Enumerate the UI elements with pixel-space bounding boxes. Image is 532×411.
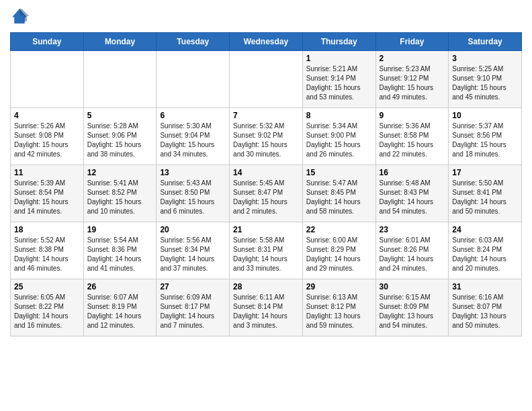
day-content: Sunrise: 5:25 AM Sunset: 9:10 PM Dayligh…: [452, 64, 518, 102]
day-number: 19: [87, 225, 153, 234]
day-content: Sunrise: 6:03 AM Sunset: 8:24 PM Dayligh…: [452, 236, 518, 273]
calendar-cell: 1Sunrise: 5:21 AM Sunset: 9:14 PM Daylig…: [302, 51, 375, 108]
day-content: Sunrise: 6:09 AM Sunset: 8:17 PM Dayligh…: [160, 293, 226, 330]
day-number: 4: [14, 111, 80, 120]
day-content: Sunrise: 5:43 AM Sunset: 8:50 PM Dayligh…: [160, 179, 226, 216]
day-content: Sunrise: 5:21 AM Sunset: 9:14 PM Dayligh…: [306, 64, 372, 102]
week-row-3: 11Sunrise: 5:39 AM Sunset: 8:54 PM Dayli…: [11, 165, 522, 222]
day-content: Sunrise: 6:16 AM Sunset: 8:07 PM Dayligh…: [452, 293, 518, 330]
calendar-cell: 11Sunrise: 5:39 AM Sunset: 8:54 PM Dayli…: [11, 165, 84, 222]
day-content: Sunrise: 5:30 AM Sunset: 9:04 PM Dayligh…: [160, 122, 226, 159]
day-content: Sunrise: 5:45 AM Sunset: 8:47 PM Dayligh…: [233, 179, 299, 216]
calendar-cell: 7Sunrise: 5:32 AM Sunset: 9:02 PM Daylig…: [230, 108, 303, 165]
calendar-cell: 5Sunrise: 5:28 AM Sunset: 9:06 PM Daylig…: [83, 108, 157, 165]
day-number: 6: [160, 111, 226, 120]
day-content: Sunrise: 5:32 AM Sunset: 9:02 PM Dayligh…: [233, 122, 299, 159]
calendar-cell: [157, 51, 230, 108]
day-content: Sunrise: 5:48 AM Sunset: 8:43 PM Dayligh…: [380, 179, 445, 216]
calendar-cell: 30Sunrise: 6:15 AM Sunset: 8:09 PM Dayli…: [375, 279, 449, 336]
calendar-cell: [83, 51, 157, 108]
day-number: 12: [87, 168, 153, 177]
calendar-cell: 21Sunrise: 5:58 AM Sunset: 8:31 PM Dayli…: [230, 222, 303, 279]
calendar-cell: 31Sunrise: 6:16 AM Sunset: 8:07 PM Dayli…: [449, 279, 522, 336]
day-number: 7: [233, 111, 299, 120]
day-content: Sunrise: 6:13 AM Sunset: 8:12 PM Dayligh…: [306, 293, 372, 330]
logo: [10, 7, 32, 26]
page: SundayMondayTuesdayWednesdayThursdayFrid…: [0, 0, 532, 343]
day-content: Sunrise: 5:23 AM Sunset: 9:12 PM Dayligh…: [380, 64, 445, 102]
day-content: Sunrise: 5:37 AM Sunset: 8:56 PM Dayligh…: [452, 122, 518, 159]
week-row-5: 25Sunrise: 6:05 AM Sunset: 8:22 PM Dayli…: [11, 279, 522, 336]
calendar-cell: [230, 51, 303, 108]
day-number: 10: [452, 111, 518, 120]
week-row-2: 4Sunrise: 5:26 AM Sunset: 9:08 PM Daylig…: [11, 108, 522, 165]
day-number: 9: [380, 111, 445, 120]
day-content: Sunrise: 5:26 AM Sunset: 9:08 PM Dayligh…: [14, 122, 80, 159]
day-content: Sunrise: 6:00 AM Sunset: 8:29 PM Dayligh…: [306, 236, 372, 273]
logo-icon: [10, 7, 29, 26]
day-content: Sunrise: 5:41 AM Sunset: 8:52 PM Dayligh…: [87, 179, 153, 216]
header-thursday: Thursday: [302, 33, 375, 51]
day-number: 24: [452, 225, 518, 234]
day-number: 15: [306, 168, 372, 177]
day-content: Sunrise: 6:01 AM Sunset: 8:26 PM Dayligh…: [380, 236, 445, 273]
calendar-cell: 9Sunrise: 5:36 AM Sunset: 8:58 PM Daylig…: [375, 108, 449, 165]
calendar-cell: [11, 51, 84, 108]
calendar-cell: 14Sunrise: 5:45 AM Sunset: 8:47 PM Dayli…: [230, 165, 303, 222]
calendar-cell: 27Sunrise: 6:09 AM Sunset: 8:17 PM Dayli…: [157, 279, 230, 336]
header-tuesday: Tuesday: [157, 33, 230, 51]
day-content: Sunrise: 6:05 AM Sunset: 8:22 PM Dayligh…: [14, 293, 80, 330]
calendar-cell: 22Sunrise: 6:00 AM Sunset: 8:29 PM Dayli…: [302, 222, 375, 279]
calendar-cell: 10Sunrise: 5:37 AM Sunset: 8:56 PM Dayli…: [449, 108, 522, 165]
day-number: 18: [14, 225, 80, 234]
day-number: 29: [306, 282, 372, 291]
header-friday: Friday: [375, 33, 449, 51]
day-number: 14: [233, 168, 299, 177]
header-wednesday: Wednesday: [230, 33, 303, 51]
day-number: 5: [87, 111, 153, 120]
calendar-cell: 6Sunrise: 5:30 AM Sunset: 9:04 PM Daylig…: [157, 108, 230, 165]
day-number: 8: [306, 111, 372, 120]
calendar-cell: 8Sunrise: 5:34 AM Sunset: 9:00 PM Daylig…: [302, 108, 375, 165]
day-content: Sunrise: 5:56 AM Sunset: 8:34 PM Dayligh…: [160, 236, 226, 273]
day-content: Sunrise: 6:11 AM Sunset: 8:14 PM Dayligh…: [233, 293, 299, 330]
calendar-cell: 4Sunrise: 5:26 AM Sunset: 9:08 PM Daylig…: [11, 108, 84, 165]
calendar-cell: 13Sunrise: 5:43 AM Sunset: 8:50 PM Dayli…: [157, 165, 230, 222]
day-content: Sunrise: 5:50 AM Sunset: 8:41 PM Dayligh…: [452, 179, 518, 216]
calendar-cell: 18Sunrise: 5:52 AM Sunset: 8:38 PM Dayli…: [11, 222, 84, 279]
calendar-body: 1Sunrise: 5:21 AM Sunset: 9:14 PM Daylig…: [11, 51, 522, 336]
week-row-1: 1Sunrise: 5:21 AM Sunset: 9:14 PM Daylig…: [11, 51, 522, 108]
day-content: Sunrise: 5:34 AM Sunset: 9:00 PM Dayligh…: [306, 122, 372, 159]
day-number: 22: [306, 225, 372, 234]
calendar-cell: 23Sunrise: 6:01 AM Sunset: 8:26 PM Dayli…: [375, 222, 449, 279]
day-number: 21: [233, 225, 299, 234]
calendar-cell: 2Sunrise: 5:23 AM Sunset: 9:12 PM Daylig…: [375, 51, 449, 108]
day-number: 11: [14, 168, 80, 177]
day-number: 16: [380, 168, 445, 177]
header: [10, 7, 522, 26]
calendar-cell: 15Sunrise: 5:47 AM Sunset: 8:45 PM Dayli…: [302, 165, 375, 222]
day-number: 27: [160, 282, 226, 291]
day-content: Sunrise: 6:07 AM Sunset: 8:19 PM Dayligh…: [87, 293, 153, 330]
header-saturday: Saturday: [449, 33, 522, 51]
day-content: Sunrise: 5:28 AM Sunset: 9:06 PM Dayligh…: [87, 122, 153, 159]
day-number: 17: [452, 168, 518, 177]
day-content: Sunrise: 5:58 AM Sunset: 8:31 PM Dayligh…: [233, 236, 299, 273]
day-number: 23: [380, 225, 445, 234]
calendar-cell: 16Sunrise: 5:48 AM Sunset: 8:43 PM Dayli…: [375, 165, 449, 222]
calendar-cell: 29Sunrise: 6:13 AM Sunset: 8:12 PM Dayli…: [302, 279, 375, 336]
day-content: Sunrise: 5:39 AM Sunset: 8:54 PM Dayligh…: [14, 179, 80, 216]
calendar-cell: 20Sunrise: 5:56 AM Sunset: 8:34 PM Dayli…: [157, 222, 230, 279]
day-content: Sunrise: 5:54 AM Sunset: 8:36 PM Dayligh…: [87, 236, 153, 273]
calendar-cell: 12Sunrise: 5:41 AM Sunset: 8:52 PM Dayli…: [83, 165, 157, 222]
calendar-cell: 17Sunrise: 5:50 AM Sunset: 8:41 PM Dayli…: [449, 165, 522, 222]
day-number: 20: [160, 225, 226, 234]
days-row: SundayMondayTuesdayWednesdayThursdayFrid…: [11, 33, 522, 51]
calendar-cell: 25Sunrise: 6:05 AM Sunset: 8:22 PM Dayli…: [11, 279, 84, 336]
day-number: 30: [380, 282, 445, 291]
calendar-header: SundayMondayTuesdayWednesdayThursdayFrid…: [11, 33, 522, 51]
day-number: 28: [233, 282, 299, 291]
week-row-4: 18Sunrise: 5:52 AM Sunset: 8:38 PM Dayli…: [11, 222, 522, 279]
day-number: 26: [87, 282, 153, 291]
header-monday: Monday: [83, 33, 157, 51]
